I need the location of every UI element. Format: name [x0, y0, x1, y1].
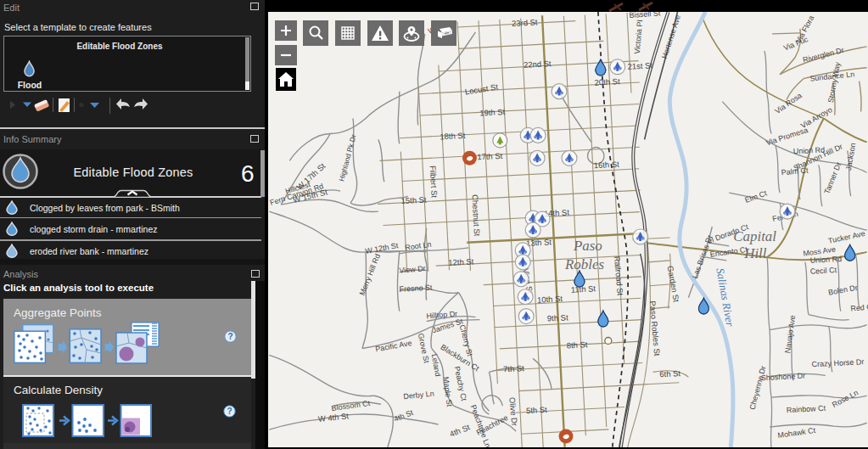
svg-text:16th St: 16th St	[593, 160, 619, 171]
svg-text:19th St: 19th St	[479, 107, 506, 118]
svg-text:20th St: 20th St	[594, 76, 620, 87]
svg-text:6th St: 6th St	[659, 368, 681, 379]
svg-text:7th St: 7th St	[503, 363, 525, 373]
svg-text:12th St: 12th St	[448, 256, 474, 267]
svg-text:5th St: 5th St	[526, 405, 548, 415]
svg-text:17th St: 17th St	[477, 151, 503, 162]
svg-text:Cecil Ct: Cecil Ct	[809, 266, 837, 276]
svg-text:10th St: 10th St	[537, 294, 563, 305]
svg-text:Capital: Capital	[733, 228, 776, 244]
svg-text:Paso: Paso	[573, 238, 602, 254]
svg-text:23rd St: 23rd St	[512, 17, 538, 28]
svg-text:18th St: 18th St	[440, 131, 466, 142]
svg-text:Hill: Hill	[743, 245, 767, 261]
svg-text:9th St: 9th St	[547, 312, 569, 323]
svg-text:8th St: 8th St	[567, 340, 589, 350]
svg-text:?: ?	[227, 407, 232, 416]
svg-text:Fresno St: Fresno St	[399, 283, 433, 294]
svg-text:Filbert St: Filbert St	[428, 166, 440, 199]
svg-text:22nd St: 22nd St	[524, 59, 552, 70]
svg-text:?: ?	[227, 332, 232, 341]
svg-text:15th St: 15th St	[400, 195, 427, 206]
svg-text:Red C: Red C	[850, 302, 868, 312]
svg-text:21st St: 21st St	[627, 60, 652, 71]
svg-text:Robles: Robles	[564, 256, 604, 272]
